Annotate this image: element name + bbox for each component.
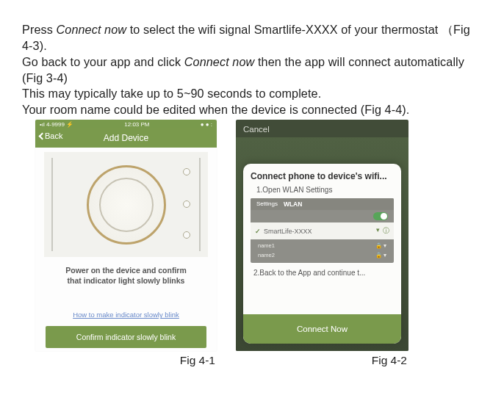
help-link[interactable]: How to make indicator slowly blink xyxy=(35,311,217,319)
ssid-label: name1 xyxy=(258,242,275,249)
check-icon: ✓ xyxy=(255,228,261,235)
network-icons: ▾ ⓘ xyxy=(376,226,389,236)
lock-wifi-icon: 🔒 ▾ xyxy=(375,242,386,249)
page-title: Add Device xyxy=(104,133,148,143)
network-row[interactable]: name1 🔒 ▾ xyxy=(255,241,389,250)
phone-screenshot-connect-wifi: Cancel Connect phone to device's wifi...… xyxy=(236,120,408,351)
cancel-button[interactable]: Cancel xyxy=(243,125,270,134)
wifi-icon: ▾ xyxy=(376,226,380,236)
settings-label: Settings xyxy=(256,200,278,210)
selected-network-row[interactable]: ✓ SmartLife-XXXX ▾ ⓘ xyxy=(251,222,394,239)
text: Press xyxy=(22,23,56,36)
side-button-icon xyxy=(183,200,190,208)
instruction-line-4: Your room name could be edited when the … xyxy=(22,102,482,118)
side-button-icon xyxy=(183,168,190,175)
text: Go back to your app and click xyxy=(22,55,184,68)
wlan-toggle-row xyxy=(251,210,394,222)
wlan-header: Settings WLAN xyxy=(251,198,394,210)
info-icon: ⓘ xyxy=(383,226,389,236)
instruction-line-1: Press Connect now to select the wifi sig… xyxy=(22,22,482,54)
prompt-line: Power on the device and confirm xyxy=(46,266,206,276)
ssid-label: SmartLife-XXXX xyxy=(264,228,312,235)
app-header: •ıl 4-9999 ⚡ 12:03 PM ● ● : Back Add Dev… xyxy=(35,120,217,148)
emphasis: Connect now xyxy=(184,55,255,68)
confirm-button[interactable]: Confirm indicator slowly blink xyxy=(46,326,206,348)
status-time: 12:03 PM xyxy=(124,121,149,128)
back-button[interactable]: Back xyxy=(40,131,62,140)
thermostat-ring-icon xyxy=(87,165,166,245)
step-2-label: 2.Back to the App and continue t... xyxy=(243,263,401,278)
instruction-line-2: Go back to your app and click Connect no… xyxy=(22,54,482,87)
connect-now-button[interactable]: Connect Now xyxy=(243,314,401,344)
figure-caption: Fig 4-2 xyxy=(372,354,408,367)
document-page: Press Connect now to select the wifi sig… xyxy=(0,0,504,367)
status-right: ● ● : xyxy=(201,121,212,128)
phone-screenshot-add-device: •ıl 4-9999 ⚡ 12:03 PM ● ● : Back Add Dev… xyxy=(35,120,217,351)
other-networks: name1 🔒 ▾ name2 🔒 ▾ xyxy=(251,239,394,263)
figure-1-column: •ıl 4-9999 ⚡ 12:03 PM ● ● : Back Add Dev… xyxy=(35,120,217,367)
prompt-text: Power on the device and confirm that ind… xyxy=(35,257,217,289)
status-bar: •ıl 4-9999 ⚡ 12:03 PM ● ● : xyxy=(35,120,217,128)
app-body: Power on the device and confirm that ind… xyxy=(35,148,217,348)
step-1-label: 1.Open WLAN Settings xyxy=(243,184,401,198)
network-row[interactable]: name2 🔒 ▾ xyxy=(255,250,389,260)
instruction-line-3: This may typically take up to 5~90 secon… xyxy=(22,86,482,102)
ssid-label: name2 xyxy=(258,252,275,258)
instruction-block: Press Connect now to select the wifi sig… xyxy=(22,22,482,118)
thermostat-image xyxy=(44,152,208,257)
wlan-toggle[interactable] xyxy=(373,212,388,220)
card-title: Connect phone to device's wifi... xyxy=(243,164,401,184)
wlan-label: WLAN xyxy=(284,200,303,210)
lock-wifi-icon: 🔒 ▾ xyxy=(375,252,386,258)
nav-bar: Back Add Device xyxy=(35,128,217,148)
emphasis: Connect now xyxy=(56,23,126,36)
figure-caption: Fig 4-1 xyxy=(180,354,217,367)
prompt-line: that indicator light slowly blinks xyxy=(46,276,206,286)
instruction-card: Connect phone to device's wifi... 1.Open… xyxy=(243,164,401,344)
nav-bar: Cancel xyxy=(236,120,408,139)
status-left: •ıl 4-9999 ⚡ xyxy=(40,121,73,128)
wlan-settings-preview: Settings WLAN ✓ SmartLife-XXXX ▾ xyxy=(251,198,394,263)
figures-row: •ıl 4-9999 ⚡ 12:03 PM ● ● : Back Add Dev… xyxy=(22,120,482,367)
back-label: Back xyxy=(45,131,62,140)
figure-2-column: Cancel Connect phone to device's wifi...… xyxy=(236,120,408,367)
side-button-icon xyxy=(183,231,190,239)
